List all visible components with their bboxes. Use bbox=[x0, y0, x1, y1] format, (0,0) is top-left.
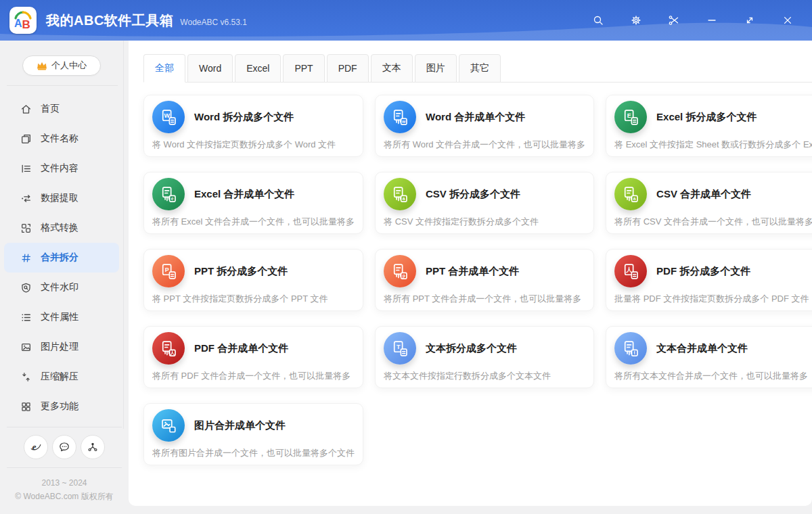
card-header: PPPT 拆分成多个文件 bbox=[152, 255, 355, 287]
close-button[interactable] bbox=[769, 0, 807, 41]
tab-Word[interactable]: Word bbox=[187, 54, 233, 83]
card-header: aCSV 拆分成多个文件 bbox=[384, 178, 585, 210]
share-button[interactable] bbox=[81, 435, 105, 459]
card-description: 将 CSV 文件按指定行数拆分成多个文件 bbox=[384, 216, 585, 228]
sidebar-item-label: 文件名称 bbox=[41, 133, 78, 145]
tab-label: 其它 bbox=[470, 62, 489, 74]
share-icon bbox=[87, 441, 99, 453]
tool-card-2[interactable]: wWord 合并成单个文件将所有 Word 文件合并成一个文件，也可以批量将多 bbox=[375, 95, 594, 157]
tab-label: 文本 bbox=[382, 62, 401, 74]
tool-card-6[interactable]: aCSV 合并成单个文件将所有 CSV 文件合并成一个文件，也可以批量将多 bbox=[606, 172, 812, 234]
sidebar-item-5[interactable]: 格式转换 bbox=[4, 213, 119, 243]
sidebar-item-8[interactable]: 文件属性 bbox=[4, 302, 119, 332]
settings-icon bbox=[630, 14, 642, 26]
tool-cards-grid: WWord 拆分成多个文件将 Word 文件按指定页数拆分成多个 Word 文件… bbox=[143, 95, 798, 465]
tool-card-7[interactable]: PPPT 拆分成多个文件将 PPT 文件按指定页数拆分成多个 PPT 文件 bbox=[143, 249, 363, 311]
svg-text:人: 人 bbox=[169, 350, 175, 356]
pdf-split-icon: 人 bbox=[614, 255, 647, 287]
card-description: 将所有图片合并成一个文件，也可以批量将多个文件 bbox=[152, 447, 355, 459]
sidebar-item-4[interactable]: 数据提取 bbox=[4, 183, 119, 213]
scissors-button[interactable] bbox=[655, 0, 693, 41]
sidebar-item-7[interactable]: 文件水印 bbox=[4, 273, 119, 302]
card-header: aCSV 合并成单个文件 bbox=[614, 178, 812, 210]
tab-PPT[interactable]: PPT bbox=[283, 54, 324, 83]
tool-card-10[interactable]: 人PDF 合并成单个文件将所有 PDF 文件合并成一个文件，也可以批量将多 bbox=[143, 326, 363, 388]
watermark-icon bbox=[20, 282, 32, 294]
ie-icon: e bbox=[30, 441, 42, 453]
tool-card-3[interactable]: EExcel 拆分成多个文件将 Excel 文件按指定 Sheet 数或行数拆分… bbox=[606, 95, 812, 157]
chat-button[interactable] bbox=[52, 435, 76, 459]
sidebar-item-10[interactable]: 压缩解压 bbox=[4, 362, 119, 392]
card-description: 将所有 Word 文件合并成一个文件，也可以批量将多 bbox=[384, 139, 585, 151]
file-content-icon bbox=[20, 163, 32, 174]
sidebar-item-3[interactable]: 文件内容 bbox=[4, 154, 119, 183]
tool-card-4[interactable]: eExcel 合并成单个文件将所有 Excel 文件合并成一个文件，也可以批量将… bbox=[143, 172, 363, 234]
svg-text:a: a bbox=[402, 196, 405, 201]
svg-text:T: T bbox=[396, 343, 400, 350]
settings-button[interactable] bbox=[617, 0, 655, 41]
compress-icon bbox=[20, 371, 32, 383]
app-version: WodeABC v6.53.1 bbox=[180, 18, 247, 27]
main-content: 全部WordExcelPPTPDF文本图片其它 WWord 拆分成多个文件将 W… bbox=[129, 41, 812, 506]
tool-card-11[interactable]: T文本拆分成多个文件将文本文件按指定行数拆分成多个文本文件 bbox=[375, 326, 594, 388]
ie-button[interactable]: e bbox=[24, 435, 48, 459]
image-merge-icon bbox=[152, 409, 185, 442]
card-title: CSV 拆分成多个文件 bbox=[426, 188, 520, 201]
card-header: T文本拆分成多个文件 bbox=[384, 332, 585, 365]
card-header: pPPT 合并成单个文件 bbox=[384, 255, 585, 287]
copyright: 2013 ~ 2024 © WodeABC.com 版权所有 bbox=[0, 468, 129, 514]
close-icon bbox=[782, 14, 794, 26]
sidebar-item-6[interactable]: 合并拆分 bbox=[4, 243, 119, 273]
tab-全部[interactable]: 全部 bbox=[143, 54, 185, 83]
excel-merge-icon: e bbox=[152, 178, 185, 210]
ppt-merge-icon: p bbox=[384, 255, 416, 287]
tool-card-12[interactable]: t文本合并成单个文件将所有文本文件合并成一个文件，也可以批量将多 bbox=[606, 326, 812, 388]
search-button[interactable] bbox=[579, 0, 617, 41]
merge-split-icon bbox=[20, 252, 32, 264]
sidebar-item-9[interactable]: 图片处理 bbox=[4, 332, 119, 362]
svg-text:p: p bbox=[402, 273, 405, 279]
home-icon bbox=[20, 103, 32, 115]
card-title: 图片合并成单个文件 bbox=[194, 419, 286, 432]
sidebar-nav: 个人中心 首页文件名称文件内容数据提取格式转换合并拆分文件水印文件属性图片处理压… bbox=[0, 41, 124, 429]
file-props-icon bbox=[20, 312, 32, 323]
sidebar-item-11[interactable]: 更多功能 bbox=[4, 392, 119, 421]
tab-其它[interactable]: 其它 bbox=[459, 54, 501, 83]
card-description: 将所有 CSV 文件合并成一个文件，也可以批量将多 bbox=[614, 216, 812, 228]
sidebar-item-1[interactable]: 首页 bbox=[4, 94, 119, 124]
sidebar-item-label: 数据提取 bbox=[41, 192, 78, 204]
tab-文本[interactable]: 文本 bbox=[371, 54, 413, 83]
tool-card-9[interactable]: 人PDF 拆分成多个文件批量将 PDF 文件按指定页数拆分成多个 PDF 文件 bbox=[606, 249, 812, 311]
tab-PDF[interactable]: PDF bbox=[327, 54, 369, 83]
svg-text:a: a bbox=[633, 196, 635, 201]
sidebar-item-2[interactable]: 文件名称 bbox=[4, 124, 119, 154]
sidebar-item-label: 压缩解压 bbox=[41, 371, 78, 383]
copyright-years: 2013 ~ 2024 bbox=[0, 476, 129, 490]
personal-center-button[interactable]: 个人中心 bbox=[22, 55, 101, 76]
svg-text:w: w bbox=[401, 119, 406, 124]
card-description: 批量将 PDF 文件按指定页数拆分成多个 PDF 文件 bbox=[614, 293, 812, 305]
tab-label: Excel bbox=[246, 63, 269, 74]
sidebar-item-label: 格式转换 bbox=[41, 222, 78, 234]
resize-button[interactable] bbox=[731, 0, 769, 41]
tool-card-13[interactable]: 图片合并成单个文件将所有图片合并成一个文件，也可以批量将多个文件 bbox=[143, 403, 363, 465]
resize-icon bbox=[744, 14, 756, 26]
card-header: 人PDF 拆分成多个文件 bbox=[614, 255, 812, 287]
card-title: PDF 合并成单个文件 bbox=[194, 342, 288, 355]
tool-card-8[interactable]: pPPT 合并成单个文件将所有 PPT 文件合并成一个文件，也可以批量将多 bbox=[375, 249, 594, 311]
tool-card-1[interactable]: WWord 拆分成多个文件将 Word 文件按指定页数拆分成多个 Word 文件 bbox=[143, 95, 363, 157]
more-features-icon bbox=[20, 401, 32, 413]
tab-图片[interactable]: 图片 bbox=[415, 54, 457, 83]
svg-text:B: B bbox=[22, 18, 30, 31]
sidebar: 个人中心 首页文件名称文件内容数据提取格式转换合并拆分文件水印文件属性图片处理压… bbox=[0, 41, 129, 514]
card-header: wWord 合并成单个文件 bbox=[384, 101, 585, 133]
minimize-icon bbox=[706, 14, 718, 26]
sidebar-item-label: 合并拆分 bbox=[41, 252, 78, 264]
csv-split-icon: a bbox=[384, 178, 416, 210]
minimize-button[interactable] bbox=[693, 0, 731, 41]
category-tabs: 全部WordExcelPPTPDF文本图片其它 bbox=[143, 54, 812, 83]
card-header: EExcel 拆分成多个文件 bbox=[614, 101, 812, 133]
tool-card-5[interactable]: aCSV 拆分成多个文件将 CSV 文件按指定行数拆分成多个文件 bbox=[375, 172, 594, 234]
svg-text:e: e bbox=[32, 442, 37, 452]
tab-Excel[interactable]: Excel bbox=[235, 54, 281, 83]
